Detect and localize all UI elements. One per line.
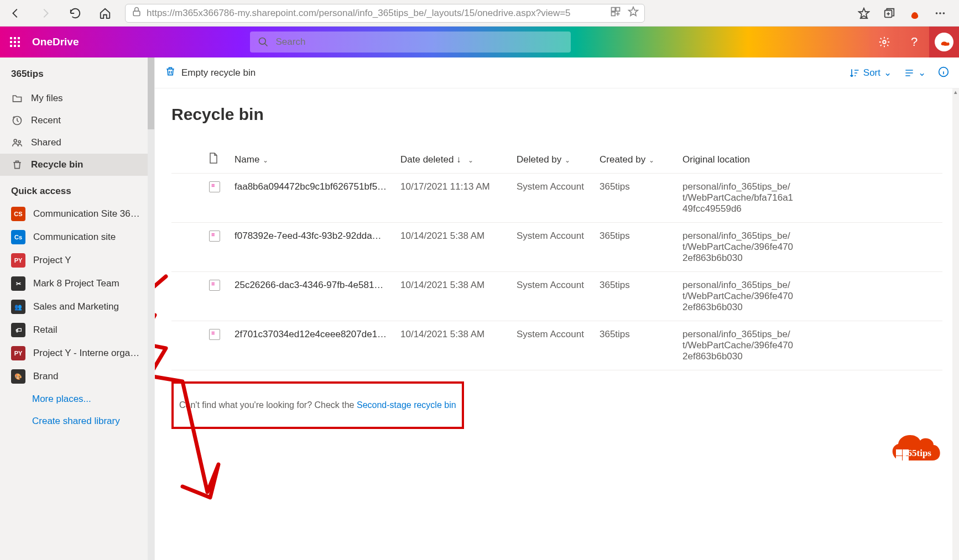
site-badge: ✂	[11, 276, 25, 291]
col-name[interactable]: Name⌄	[230, 146, 396, 174]
col-type[interactable]	[205, 146, 230, 174]
svg-point-21	[18, 140, 20, 143]
more-icon[interactable]	[932, 6, 948, 21]
cell-date: 10/14/2021 5:38 AM	[396, 272, 512, 321]
site-label: Communication Site 36…	[33, 208, 140, 219]
file-icon	[209, 280, 220, 291]
sidebar-item-shared[interactable]: Shared	[0, 132, 154, 154]
trash-icon	[165, 66, 176, 80]
table-row[interactable]: 25c26266-dac3-4346-97fb-4e581… 10/14/202…	[171, 272, 942, 321]
chevron-down-icon: ⌄	[565, 156, 570, 164]
sidebar-scrollbar[interactable]	[148, 57, 154, 560]
quick-access-item[interactable]: 🎨Brand	[0, 365, 154, 388]
empty-label: Empty recycle bin	[181, 67, 256, 78]
quick-access-item[interactable]: 🏷Retail	[0, 318, 154, 342]
sort-button[interactable]: Sort ⌄	[849, 67, 892, 78]
refresh-button[interactable]	[65, 3, 85, 23]
url-bar[interactable]: https://m365x366786-my.sharepoint.com/pe…	[125, 4, 645, 23]
file-icon	[209, 329, 220, 340]
create-shared-library-link[interactable]: Create shared library	[0, 410, 154, 432]
cell-created-by: 365tips	[595, 321, 678, 370]
cell-created-by: 365tips	[595, 272, 678, 321]
cell-date: 10/17/2021 11:13 AM	[396, 174, 512, 223]
more-places-link[interactable]: More places...	[0, 388, 154, 410]
svg-rect-0	[133, 11, 140, 15]
sidebar-item-recent[interactable]: Recent	[0, 109, 154, 132]
sidebar-label: Shared	[31, 137, 61, 148]
table-row[interactable]: faa8b6a094472bc9c1bf626751bf5… 10/17/202…	[171, 174, 942, 223]
site-label: Mark 8 Project Team	[33, 278, 119, 289]
tenant-name[interactable]: 365tips	[0, 65, 154, 87]
favorite-icon[interactable]	[628, 6, 639, 20]
chevron-down-icon: ⌄	[465, 156, 474, 164]
collections-icon[interactable]	[882, 6, 897, 21]
svg-rect-2	[616, 8, 620, 12]
home-button[interactable]	[95, 3, 115, 23]
col-original-location[interactable]: Original location	[678, 146, 942, 174]
help-button[interactable]: ?	[899, 27, 929, 57]
back-button[interactable]	[6, 3, 25, 23]
col-date-deleted[interactable]: Date deleted ↓ ⌄	[396, 146, 512, 174]
col-created-by[interactable]: Created by⌄	[595, 146, 678, 174]
app-launcher[interactable]	[0, 27, 30, 57]
favorites-icon[interactable]	[856, 6, 872, 21]
quick-access-item[interactable]: 👥Sales and Marketing	[0, 295, 154, 318]
trash-icon	[11, 159, 23, 170]
svg-point-7	[943, 12, 945, 14]
app-name[interactable]: OneDrive	[32, 36, 79, 48]
list-icon	[904, 67, 915, 78]
browser-toolbar: https://m365x366786-my.sharepoint.com/pe…	[0, 0, 959, 27]
quick-access-item[interactable]: CsCommunication site	[0, 226, 154, 249]
search-box[interactable]	[250, 32, 571, 53]
chevron-down-icon: ⌄	[918, 67, 926, 78]
svg-rect-1	[612, 8, 616, 12]
quick-access-item[interactable]: PYProject Y	[0, 249, 154, 272]
cell-location: personal/info_365tips_be/ t/WebPartCache…	[678, 174, 942, 223]
forward-button[interactable]	[35, 3, 55, 23]
svg-point-18	[883, 40, 886, 44]
site-badge: PY	[11, 253, 25, 268]
cell-deleted-by: System Account	[512, 321, 595, 370]
info-button[interactable]	[938, 66, 949, 79]
view-options-button[interactable]: ⌄	[904, 67, 926, 78]
svg-rect-3	[612, 12, 616, 16]
command-bar: Empty recycle bin Sort ⌄ ⌄	[155, 57, 959, 88]
cell-created-by: 365tips	[595, 174, 678, 223]
svg-rect-26	[903, 449, 909, 456]
site-label: Brand	[33, 371, 58, 382]
col-select[interactable]	[171, 146, 205, 174]
svg-rect-15	[14, 45, 16, 47]
sidebar-item-recyclebin[interactable]: Recycle bin	[0, 154, 154, 176]
site-badge: 🏷	[11, 323, 25, 337]
settings-button[interactable]	[869, 27, 899, 57]
svg-rect-25	[896, 456, 902, 462]
sort-down-icon: ↓	[456, 154, 461, 165]
quick-access-item[interactable]: CSCommunication Site 36…	[0, 202, 154, 226]
people-icon	[11, 137, 23, 148]
extensions-icon[interactable]	[610, 6, 621, 20]
quick-access-item[interactable]: ✂Mark 8 Project Team	[0, 272, 154, 295]
clock-icon	[11, 115, 23, 126]
table-row[interactable]: 2f701c37034ed12e4ceee8207de1… 10/14/2021…	[171, 321, 942, 370]
recycle-bin-table: Name⌄ Date deleted ↓ ⌄ Deleted by⌄ Creat…	[171, 146, 942, 370]
svg-point-20	[14, 139, 17, 142]
svg-point-5	[936, 12, 938, 14]
second-stage-link[interactable]: Second-stage recycle bin	[357, 400, 456, 410]
account-button[interactable]	[929, 27, 959, 57]
empty-recycle-bin-button[interactable]: Empty recycle bin	[165, 66, 256, 80]
cell-location: personal/info_365tips_be/ t/WebPartCache…	[678, 223, 942, 272]
profile-icon[interactable]	[907, 6, 922, 21]
quick-access-item[interactable]: PYProject Y - Interne orga…	[0, 342, 154, 365]
main-scrollbar[interactable]: ▴	[952, 88, 959, 560]
cell-deleted-by: System Account	[512, 174, 595, 223]
col-deleted-by[interactable]: Deleted by⌄	[512, 146, 595, 174]
site-label: Sales and Marketing	[33, 301, 119, 312]
table-row[interactable]: f078392e-7eed-43fc-93b2-92dda… 10/14/202…	[171, 223, 942, 272]
sidebar-item-myfiles[interactable]: My files	[0, 87, 154, 109]
sort-label: Sort	[863, 67, 880, 78]
search-input[interactable]	[275, 36, 563, 48]
svg-rect-10	[18, 37, 20, 39]
svg-point-17	[259, 38, 266, 45]
cell-name: f078392e-7eed-43fc-93b2-92dda…	[230, 223, 396, 272]
file-icon	[209, 181, 220, 192]
